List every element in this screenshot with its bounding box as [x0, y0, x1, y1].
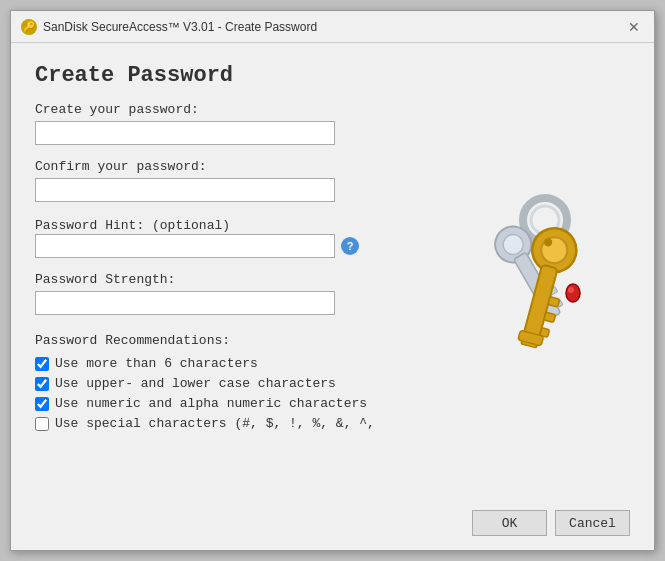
- app-icon: 🔑: [21, 19, 37, 35]
- recommendations-title: Password Recommendations:: [35, 333, 410, 348]
- rec3-label: Use numeric and alpha numeric characters: [55, 396, 367, 411]
- content-area: Create Password Create your password: Co…: [11, 43, 654, 502]
- svg-rect-11: [548, 296, 560, 306]
- window-title: SanDisk SecureAccess™ V3.01 - Create Pas…: [43, 20, 317, 34]
- strength-label: Password Strength:: [35, 272, 410, 287]
- rec4-checkbox[interactable]: [35, 417, 49, 431]
- right-panel: [410, 63, 630, 486]
- help-icon[interactable]: ?: [341, 237, 359, 255]
- rec2-item: Use upper- and lower case characters: [35, 376, 410, 391]
- rec2-label: Use upper- and lower case characters: [55, 376, 336, 391]
- confirm-label: Confirm your password:: [35, 159, 410, 174]
- svg-point-18: [566, 284, 580, 302]
- rec3-item: Use numeric and alpha numeric characters: [35, 396, 410, 411]
- password-input[interactable]: [35, 121, 335, 145]
- rec4-label: Use special characters (#, $, !, %, &, ^…: [55, 416, 375, 431]
- ok-button[interactable]: OK: [472, 510, 547, 536]
- left-panel: Create Password Create your password: Co…: [35, 63, 410, 486]
- password-label: Create your password:: [35, 102, 410, 117]
- rec1-checkbox[interactable]: [35, 357, 49, 371]
- rec1-label: Use more than 6 characters: [55, 356, 258, 371]
- svg-point-19: [568, 287, 574, 293]
- rec1-item: Use more than 6 characters: [35, 356, 410, 371]
- main-window: 🔑 SanDisk SecureAccess™ V3.01 - Create P…: [10, 10, 655, 551]
- close-button[interactable]: ✕: [624, 17, 644, 37]
- rec2-checkbox[interactable]: [35, 377, 49, 391]
- hint-row: ?: [35, 234, 410, 258]
- confirm-input[interactable]: [35, 178, 335, 202]
- rec3-checkbox[interactable]: [35, 397, 49, 411]
- title-bar-left: 🔑 SanDisk SecureAccess™ V3.01 - Create P…: [21, 19, 317, 35]
- cancel-button[interactable]: Cancel: [555, 510, 630, 536]
- title-bar: 🔑 SanDisk SecureAccess™ V3.01 - Create P…: [11, 11, 654, 43]
- footer: OK Cancel: [11, 502, 654, 550]
- strength-input: [35, 291, 335, 315]
- keys-illustration: [425, 175, 625, 375]
- page-title: Create Password: [35, 63, 410, 88]
- hint-input[interactable]: [35, 234, 335, 258]
- rec4-item: Use special characters (#, $, !, %, &, ^…: [35, 416, 410, 431]
- hint-label: Password Hint: (optional): [35, 218, 230, 233]
- svg-rect-12: [544, 312, 556, 322]
- hint-field-group: Password Hint: (optional) ?: [35, 216, 410, 258]
